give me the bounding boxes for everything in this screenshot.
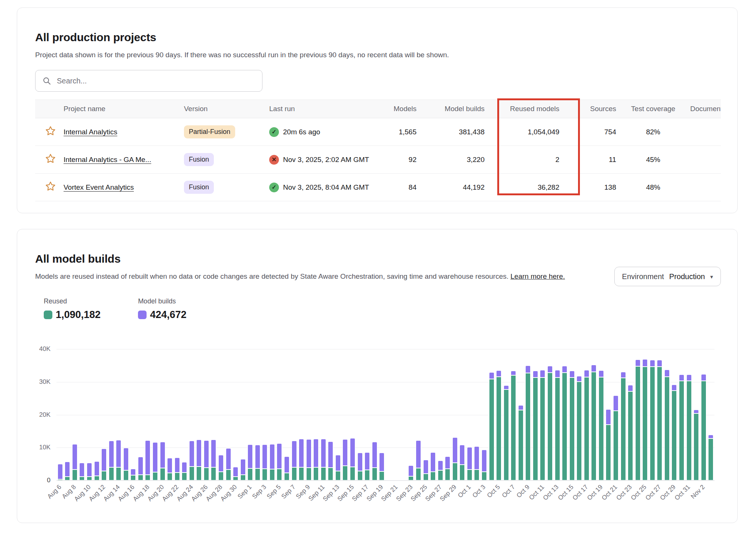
favorite-star-button[interactable] xyxy=(45,181,56,192)
bar-segment-reused[interactable] xyxy=(211,467,216,480)
bar-segment-model-builds[interactable] xyxy=(153,442,158,472)
bar-segment-reused[interactable] xyxy=(292,467,297,480)
bar-segment-reused[interactable] xyxy=(686,381,692,480)
bar-segment-model-builds[interactable] xyxy=(679,375,684,381)
bar-segment-reused[interactable] xyxy=(87,477,92,480)
bar-segment-model-builds[interactable] xyxy=(284,456,289,473)
bar-segment-model-builds[interactable] xyxy=(708,435,713,438)
bar-segment-model-builds[interactable] xyxy=(518,405,523,410)
bar-segment-reused[interactable] xyxy=(416,468,421,480)
bar-segment-reused[interactable] xyxy=(313,467,319,480)
bar-segment-reused[interactable] xyxy=(277,469,282,480)
bar-segment-reused[interactable] xyxy=(504,389,509,480)
bar-segment-model-builds[interactable] xyxy=(101,449,107,471)
bar-segment-reused[interactable] xyxy=(182,473,187,480)
bar-segment-reused[interactable] xyxy=(613,411,618,480)
bar-segment-model-builds[interactable] xyxy=(189,441,194,467)
bar-segment-reused[interactable] xyxy=(591,372,596,481)
bar-segment-reused[interactable] xyxy=(635,366,640,480)
bar-segment-model-builds[interactable] xyxy=(555,370,560,377)
bar-segment-reused[interactable] xyxy=(482,472,487,480)
bar-segment-model-builds[interactable] xyxy=(569,371,575,377)
bar-segment-model-builds[interactable] xyxy=(701,374,706,381)
bar-segment-reused[interactable] xyxy=(145,475,150,480)
bar-segment-model-builds[interactable] xyxy=(599,370,604,377)
bar-segment-reused[interactable] xyxy=(130,475,136,480)
bar-segment-reused[interactable] xyxy=(584,377,589,480)
bar-segment-model-builds[interactable] xyxy=(79,463,84,477)
bar-segment-model-builds[interactable] xyxy=(58,464,63,479)
bar-segment-model-builds[interactable] xyxy=(65,462,70,477)
bar-segment-reused[interactable] xyxy=(672,391,677,480)
bar-segment-reused[interactable] xyxy=(606,425,611,480)
project-name-link[interactable]: Vortex Event Analytics xyxy=(64,183,134,191)
bar-segment-reused[interactable] xyxy=(248,468,253,480)
bar-segment-reused[interactable] xyxy=(328,468,333,480)
bar-segment-reused[interactable] xyxy=(577,382,582,480)
bar-segment-model-builds[interactable] xyxy=(650,360,655,367)
bar-segment-reused[interactable] xyxy=(664,377,670,480)
bar-segment-reused[interactable] xyxy=(262,469,267,480)
bar-segment-model-builds[interactable] xyxy=(328,441,333,468)
bar-segment-model-builds[interactable] xyxy=(379,453,384,471)
bar-segment-model-builds[interactable] xyxy=(504,385,509,389)
bar-segment-model-builds[interactable] xyxy=(262,444,267,469)
bar-segment-model-builds[interactable] xyxy=(686,375,692,381)
bar-segment-reused[interactable] xyxy=(474,470,479,480)
bar-segment-reused[interactable] xyxy=(284,473,289,480)
bar-segment-model-builds[interactable] xyxy=(233,467,238,476)
bar-segment-reused[interactable] xyxy=(525,373,531,480)
bar-segment-reused[interactable] xyxy=(650,367,655,481)
bar-segment-reused[interactable] xyxy=(204,468,209,480)
bar-segment-model-builds[interactable] xyxy=(94,461,99,476)
bar-segment-model-builds[interactable] xyxy=(452,437,458,463)
bar-segment-model-builds[interactable] xyxy=(423,460,428,474)
bar-segment-model-builds[interactable] xyxy=(511,371,516,375)
bar-segment-reused[interactable] xyxy=(233,477,238,481)
bar-segment-model-builds[interactable] xyxy=(321,439,326,467)
bar-segment-reused[interactable] xyxy=(65,477,70,481)
bar-segment-reused[interactable] xyxy=(467,470,472,480)
bar-segment-reused[interactable] xyxy=(555,377,560,481)
bar-segment-reused[interactable] xyxy=(138,475,143,480)
bar-segment-reused[interactable] xyxy=(569,377,575,480)
bar-segment-reused[interactable] xyxy=(540,377,545,481)
bar-segment-model-builds[interactable] xyxy=(160,442,165,468)
environment-dropdown[interactable]: Environment Production ▾ xyxy=(614,267,721,286)
bar-segment-model-builds[interactable] xyxy=(226,448,231,470)
bar-segment-reused[interactable] xyxy=(94,476,99,480)
bar-segment-model-builds[interactable] xyxy=(342,439,348,465)
bar-segment-model-builds[interactable] xyxy=(306,439,311,468)
bar-segment-reused[interactable] xyxy=(321,467,326,480)
bar-segment-reused[interactable] xyxy=(79,477,84,480)
bar-segment-reused[interactable] xyxy=(335,471,341,480)
bar-segment-model-builds[interactable] xyxy=(365,452,370,470)
bar-segment-reused[interactable] xyxy=(123,470,129,480)
bar-segment-reused[interactable] xyxy=(160,468,165,480)
bar-segment-model-builds[interactable] xyxy=(621,372,626,378)
bar-segment-reused[interactable] xyxy=(460,465,465,480)
bar-segment-reused[interactable] xyxy=(628,391,633,480)
bar-segment-reused[interactable] xyxy=(708,438,713,480)
bar-segment-model-builds[interactable] xyxy=(547,366,553,373)
search-input[interactable] xyxy=(56,76,255,86)
favorite-star-button[interactable] xyxy=(45,153,56,164)
bar-segment-reused[interactable] xyxy=(109,467,114,480)
bar-segment-reused[interactable] xyxy=(372,468,377,480)
bar-segment-model-builds[interactable] xyxy=(116,440,121,467)
search-box[interactable] xyxy=(35,70,262,92)
bar-segment-reused[interactable] xyxy=(438,470,443,480)
bar-segment-model-builds[interactable] xyxy=(438,461,443,470)
bar-segment-model-builds[interactable] xyxy=(613,395,618,411)
bar-segment-model-builds[interactable] xyxy=(270,444,275,470)
bar-segment-reused[interactable] xyxy=(511,375,516,480)
bar-segment-model-builds[interactable] xyxy=(357,453,363,471)
bar-segment-reused[interactable] xyxy=(357,471,363,480)
bar-segment-reused[interactable] xyxy=(679,381,684,480)
bar-segment-reused[interactable] xyxy=(533,377,538,480)
bar-segment-model-builds[interactable] xyxy=(350,438,355,467)
project-name-link[interactable]: Internal Analytics xyxy=(64,128,117,136)
bar-segment-model-builds[interactable] xyxy=(335,455,341,471)
bar-segment-reused[interactable] xyxy=(489,379,494,480)
bar-segment-model-builds[interactable] xyxy=(313,439,319,467)
